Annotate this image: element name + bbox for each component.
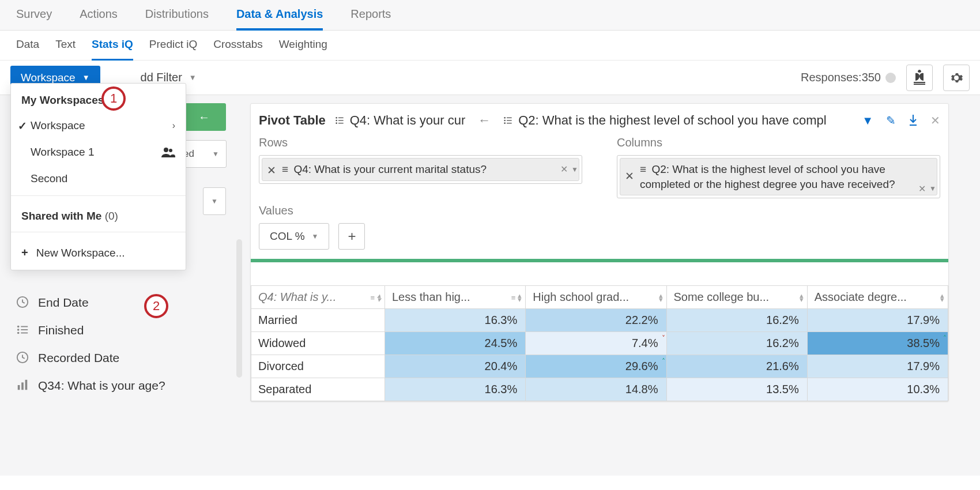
close-icon[interactable]: ✕ <box>930 114 940 127</box>
analysis-card-area: Pivot Table Q4: What is your cur ← Q2: W… <box>242 95 980 476</box>
tab-survey[interactable]: Survey <box>16 0 52 31</box>
list-icon: ≡ <box>511 293 516 301</box>
variable-finished[interactable]: Finished <box>8 316 234 344</box>
sort-icon[interactable]: ▴▾ <box>518 293 522 301</box>
settings-button[interactable] <box>943 65 970 91</box>
dropdown-my-title: My Workspaces (3) <box>11 84 186 112</box>
card-actions: ▼ ✎ ✕ <box>862 114 940 127</box>
remove-icon[interactable]: ✕ <box>267 163 276 178</box>
tab-distributions[interactable]: Distributions <box>145 0 209 31</box>
learn-button[interactable] <box>906 65 933 91</box>
subtab-predictiq[interactable]: Predict iQ <box>149 31 197 61</box>
new-workspace-button[interactable]: + New Workspace... <box>11 236 186 270</box>
relate-arrow-button[interactable]: ← <box>182 103 226 131</box>
download-icon[interactable] <box>909 115 918 126</box>
chevron-down-icon: ▼ <box>212 150 219 158</box>
caret-button-partial[interactable]: ▼ <box>203 187 226 215</box>
table-row: Divorced20.4%29.6%˄21.6%17.9% <box>251 355 948 378</box>
workspace-item-workspace[interactable]: ✓ Workspace › <box>11 112 186 139</box>
list-icon <box>16 323 30 337</box>
info-icon[interactable] <box>885 73 896 83</box>
workspace-item-workspace1[interactable]: Workspace 1 <box>11 139 186 165</box>
variable-list: End Date Finished Recorded Date Q34: Wha… <box>8 289 234 399</box>
svg-rect-12 <box>18 385 20 390</box>
callout-1: 1 <box>101 86 126 111</box>
data-cell: 16.2% <box>666 332 807 355</box>
sort-icon[interactable]: ▴▾ <box>800 293 804 301</box>
chevron-down-icon[interactable]: ▼ <box>571 165 578 174</box>
chevron-down-icon: ▼ <box>82 73 90 82</box>
data-cell: 17.9% <box>807 355 948 378</box>
data-cell: 16.2% <box>666 309 807 332</box>
subtab-text[interactable]: Text <box>55 31 76 61</box>
dropdown-shared-title: Shared with Me (0) <box>11 199 186 228</box>
list-icon: ≡ <box>640 163 646 175</box>
remove-icon[interactable]: ✕ <box>625 169 634 184</box>
subtab-weighting[interactable]: Weighting <box>279 31 327 61</box>
svg-rect-24 <box>507 120 512 120</box>
values-label: Values <box>259 204 940 217</box>
col-header-0[interactable]: Less than hig...≡▴▾ <box>385 286 526 309</box>
workspace-dropdown: My Workspaces (3) ✓ Workspace › Workspac… <box>10 83 186 270</box>
table-row: Married16.3%22.2%16.2%17.9% <box>251 309 948 332</box>
list-icon <box>503 116 514 125</box>
svg-point-5 <box>17 326 20 328</box>
variable-recorded-date[interactable]: Recorded Date <box>8 344 234 372</box>
cols-pill-q2[interactable]: ✕ ≡ Q2: What is the highest level of sch… <box>620 158 937 195</box>
svg-point-19 <box>336 122 337 124</box>
edit-icon[interactable]: ✎ <box>886 114 896 127</box>
svg-rect-1 <box>914 84 925 85</box>
check-icon: ✓ <box>18 119 27 133</box>
svg-rect-27 <box>910 125 917 126</box>
sort-icon[interactable]: ▴▾ <box>377 293 381 301</box>
variable-q34-age[interactable]: Q34: What is your age? <box>8 372 234 399</box>
values-measure-button[interactable]: COL % ▼ <box>259 223 329 250</box>
sig-down-icon: ˅ <box>662 334 665 342</box>
svg-rect-0 <box>914 82 925 83</box>
sub-tabs: Data Text Stats iQ Predict iQ Crosstabs … <box>0 31 980 61</box>
rows-pill-q4[interactable]: ✕ ≡ Q4: What is your current marital sta… <box>262 158 579 181</box>
data-cell: 38.5%˄ <box>807 332 948 355</box>
workspace-item-second[interactable]: Second <box>11 165 186 192</box>
variable-end-date[interactable]: End Date <box>8 289 234 316</box>
add-value-button[interactable]: + <box>338 223 365 250</box>
row-label: Married <box>251 309 385 332</box>
columns-label: Columns <box>617 136 940 149</box>
row-label: Widowed <box>251 332 385 355</box>
remove-icon[interactable]: ✕ <box>918 183 926 194</box>
data-cell: 22.2% <box>526 309 666 332</box>
subtab-data[interactable]: Data <box>16 31 39 61</box>
list-icon: ≡ <box>370 293 375 301</box>
sig-up-icon: ˄ <box>662 357 665 365</box>
svg-point-23 <box>504 120 506 122</box>
columns-dropzone[interactable]: ✕ ≡ Q2: What is the highest level of sch… <box>617 155 940 198</box>
plus-icon: + <box>21 246 28 259</box>
tab-actions[interactable]: Actions <box>80 0 118 31</box>
col-header-2[interactable]: Some college bu...▴▾ <box>666 286 807 309</box>
col-header-3[interactable]: Associate degre...▴▾ <box>807 286 948 309</box>
people-icon <box>161 147 175 157</box>
data-cell: 7.4%˅ <box>526 332 666 355</box>
svg-rect-10 <box>21 333 28 334</box>
col-header-1[interactable]: High school grad...▴▾ <box>526 286 666 309</box>
svg-rect-6 <box>21 326 28 327</box>
filter-icon[interactable]: ▼ <box>862 114 873 127</box>
subtab-crosstabs[interactable]: Crosstabs <box>213 31 263 61</box>
tab-data-analysis[interactable]: Data & Analysis <box>236 0 323 31</box>
row-label: Separated <box>251 378 385 401</box>
table-row: Widowed24.5%7.4%˅16.2%38.5%˄ <box>251 332 948 355</box>
add-filter-button[interactable]: dd Filter ▼ <box>141 71 197 84</box>
list-icon: ≡ <box>282 163 288 175</box>
sort-icon[interactable]: ▴▾ <box>940 293 944 301</box>
gear-icon <box>949 71 963 85</box>
row-header[interactable]: Q4: What is y... ≡▴▾ <box>251 286 385 309</box>
subtab-statsiq[interactable]: Stats iQ <box>92 31 133 61</box>
rows-dropzone[interactable]: ✕ ≡ Q4: What is your current marital sta… <box>259 155 582 184</box>
scrollbar[interactable] <box>236 239 242 378</box>
chevron-down-icon[interactable]: ▼ <box>929 184 936 193</box>
sort-icon[interactable]: ▴▾ <box>659 293 663 301</box>
clock-icon <box>16 296 30 310</box>
remove-icon[interactable]: ✕ <box>560 164 568 175</box>
sig-up-icon: ˄ <box>943 334 947 342</box>
tab-reports[interactable]: Reports <box>350 0 391 31</box>
